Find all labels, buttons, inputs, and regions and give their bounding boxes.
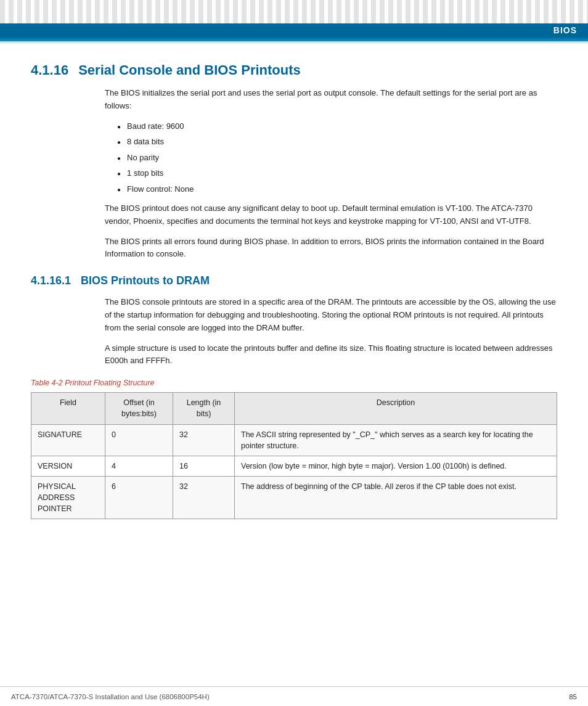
table-row: SIGNATURE 0 32 The ASCII string represen… [31, 424, 557, 456]
col-header-field: Field [31, 393, 105, 424]
table-row: VERSION 4 16 Version (low byte = minor, … [31, 456, 557, 476]
section-4161-para1: The BIOS console printouts are stored in… [105, 296, 557, 334]
cell-field: VERSION [31, 456, 105, 476]
table-caption: Table 4-2 Printout Floating Structure [31, 379, 557, 387]
footer-left-text: ATCA-7370/ATCA-7370-S Installation and U… [11, 693, 210, 700]
bullet-list: Baud rate: 9600 8 data bits No parity 1 … [117, 120, 557, 195]
header-bar: BIOS [0, 23, 588, 37]
section-416-para2: The BIOS printout does not cause any sig… [105, 202, 557, 228]
section-416-heading: 4.1.16 Serial Console and BIOS Printouts [31, 62, 557, 78]
cell-offset: 0 [105, 424, 173, 456]
cell-description: Version (low byte = minor, high byte = m… [235, 456, 557, 476]
cell-field: PHYSICAL ADDRESS POINTER [31, 476, 105, 519]
section-4161-title: BIOS Printouts to DRAM [81, 274, 210, 287]
list-item: Baud rate: 9600 [117, 120, 557, 133]
col-header-description: Description [235, 393, 557, 424]
header-title: BIOS [553, 25, 577, 35]
cell-length: 32 [173, 424, 235, 456]
section-416-intro: The BIOS initializes the serial port and… [105, 87, 557, 113]
col-header-length: Length (in bits) [173, 393, 235, 424]
footer-page-number: 85 [569, 693, 577, 700]
main-content: 4.1.16 Serial Console and BIOS Printouts… [0, 44, 588, 550]
list-item: 1 stop bits [117, 167, 557, 179]
section-416-title: Serial Console and BIOS Printouts [78, 62, 301, 78]
section-416-para3: The BIOS prints all errors found during … [105, 236, 557, 261]
cell-offset: 6 [105, 476, 173, 519]
blue-stripe [0, 37, 588, 41]
list-item: Flow control: None [117, 183, 557, 195]
section-4161-para2: A simple structure is used to locate the… [105, 342, 557, 368]
table-row: PHYSICAL ADDRESS POINTER 6 32 The addres… [31, 476, 557, 519]
cell-description: The ASCII string represented by "_CP_" w… [235, 424, 557, 456]
section-416-number: 4.1.16 [31, 62, 68, 78]
list-item: No parity [117, 152, 557, 164]
printout-table: Field Offset (in bytes:bits) Length (in … [31, 392, 557, 519]
cell-length: 32 [173, 476, 235, 519]
table-header-row: Field Offset (in bytes:bits) Length (in … [31, 393, 557, 424]
cell-field: SIGNATURE [31, 424, 105, 456]
section-4161-number: 4.1.16.1 [31, 274, 71, 287]
cell-offset: 4 [105, 456, 173, 476]
header-pattern: BIOS [0, 0, 588, 37]
page-footer: ATCA-7370/ATCA-7370-S Installation and U… [0, 686, 588, 706]
cell-length: 16 [173, 456, 235, 476]
list-item: 8 data bits [117, 136, 557, 148]
cell-description: The address of beginning of the CP table… [235, 476, 557, 519]
col-header-offset: Offset (in bytes:bits) [105, 393, 173, 424]
section-4161-heading: 4.1.16.1 BIOS Printouts to DRAM [31, 274, 557, 287]
